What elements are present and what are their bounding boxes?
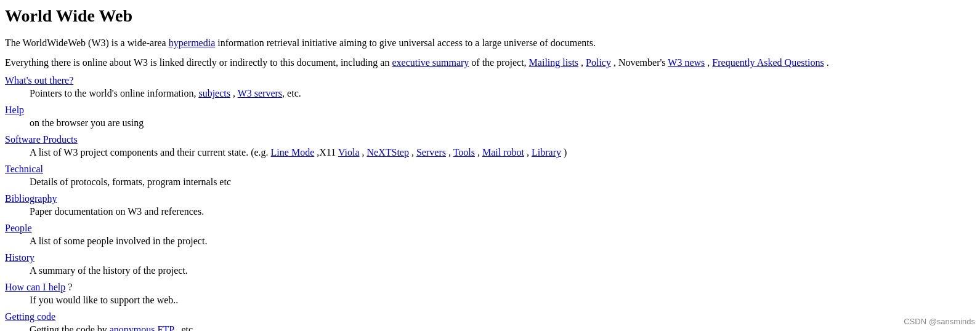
whats-out-there-link[interactable]: What's out there? bbox=[5, 75, 975, 86]
anonymous-ftp-link[interactable]: anonymous FTP bbox=[110, 324, 174, 331]
history-desc: A summary of the history of the project. bbox=[30, 263, 975, 278]
how-can-i-help-suffix: ? bbox=[65, 282, 72, 292]
watermark: CSDN @sansminds bbox=[904, 317, 975, 326]
library-link[interactable]: Library bbox=[532, 147, 561, 158]
help-desc: on the browser you are using bbox=[30, 116, 975, 130]
section-how-can-i-help: How can I help ? If you would like to su… bbox=[5, 282, 975, 308]
intro2-before: Everything there is online about W3 is l… bbox=[5, 57, 392, 68]
getting-code-link[interactable]: Getting code bbox=[5, 311, 975, 322]
history-link[interactable]: History bbox=[5, 252, 975, 263]
w3news-link[interactable]: W3 news bbox=[668, 57, 705, 68]
intro2-middle4: , bbox=[705, 57, 712, 68]
faq-link[interactable]: Frequently Asked Questions bbox=[712, 57, 824, 68]
people-desc: A list of some people involved in the pr… bbox=[30, 234, 975, 249]
section-bibliography: Bibliography Paper documentation on W3 a… bbox=[5, 193, 975, 219]
people-link[interactable]: People bbox=[5, 223, 975, 234]
section-people: People A list of some people involved in… bbox=[5, 223, 975, 249]
policy-link[interactable]: Policy bbox=[586, 57, 611, 68]
section-help: Help on the browser you are using bbox=[5, 105, 975, 130]
viola-link[interactable]: Viola bbox=[338, 147, 360, 158]
bibliography-link[interactable]: Bibliography bbox=[5, 193, 975, 204]
subjects-link[interactable]: subjects bbox=[198, 88, 230, 98]
mailing-lists-link[interactable]: Mailing lists bbox=[529, 57, 578, 68]
how-can-i-help-link[interactable]: How can I help bbox=[5, 282, 65, 292]
mailrobot-link[interactable]: Mail robot bbox=[482, 147, 524, 158]
intro1-text-before: The WorldWideWeb (W3) is a wide-area bbox=[5, 38, 169, 48]
help-link[interactable]: Help bbox=[5, 105, 975, 116]
intro-paragraph-2: Everything there is online about W3 is l… bbox=[5, 55, 975, 70]
executive-summary-link[interactable]: executive summary bbox=[392, 57, 469, 68]
software-products-desc: A list of W3 project components and thei… bbox=[30, 145, 975, 160]
how-can-i-help-desc: If you would like to support the web.. bbox=[30, 293, 975, 308]
hypermedia-link[interactable]: hypermedia bbox=[169, 38, 216, 48]
software-products-link[interactable]: Software Products bbox=[5, 134, 975, 145]
servers-link[interactable]: Servers bbox=[416, 147, 446, 158]
intro2-middle2: , bbox=[578, 57, 586, 68]
tools-link[interactable]: Tools bbox=[453, 147, 475, 158]
intro1-text-after: information retrieval initiative aiming … bbox=[215, 38, 596, 48]
nextstep-link[interactable]: NeXTStep bbox=[367, 147, 409, 158]
intro2-end: . bbox=[824, 57, 829, 68]
section-technical: Technical Details of protocols, formats,… bbox=[5, 164, 975, 189]
technical-desc: Details of protocols, formats, program i… bbox=[30, 175, 975, 189]
section-getting-code: Getting code Getting the code by anonymo… bbox=[5, 311, 975, 331]
section-history: History A summary of the history of the … bbox=[5, 252, 975, 278]
intro-paragraph-1: The WorldWideWeb (W3) is a wide-area hyp… bbox=[5, 36, 975, 50]
w3servers-link[interactable]: W3 servers bbox=[238, 88, 282, 98]
intro2-middle3: , November's bbox=[611, 57, 668, 68]
page-title: World Wide Web bbox=[5, 6, 975, 26]
linemode-link[interactable]: Line Mode bbox=[271, 147, 315, 158]
whats-out-there-desc: Pointers to the world's online informati… bbox=[30, 86, 975, 101]
intro2-middle1: of the project, bbox=[469, 57, 528, 68]
technical-link[interactable]: Technical bbox=[5, 164, 975, 175]
section-software-products: Software Products A list of W3 project c… bbox=[5, 134, 975, 160]
bibliography-desc: Paper documentation on W3 and references… bbox=[30, 204, 975, 219]
section-whats-out-there: What's out there? Pointers to the world'… bbox=[5, 75, 975, 101]
getting-code-desc: Getting the code by anonymous FTP , etc. bbox=[30, 322, 975, 331]
